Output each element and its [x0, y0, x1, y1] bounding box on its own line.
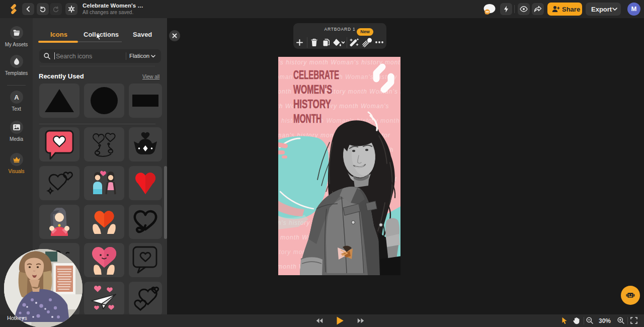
svg-text:HISTORY: HISTORY	[293, 98, 331, 111]
svg-text:WOMEN'S: WOMEN'S	[293, 83, 332, 96]
svg-text:MONTH: MONTH	[293, 112, 321, 125]
svg-text:CELEBRATE: CELEBRATE	[293, 68, 339, 81]
svg-text:A: A	[14, 94, 19, 101]
